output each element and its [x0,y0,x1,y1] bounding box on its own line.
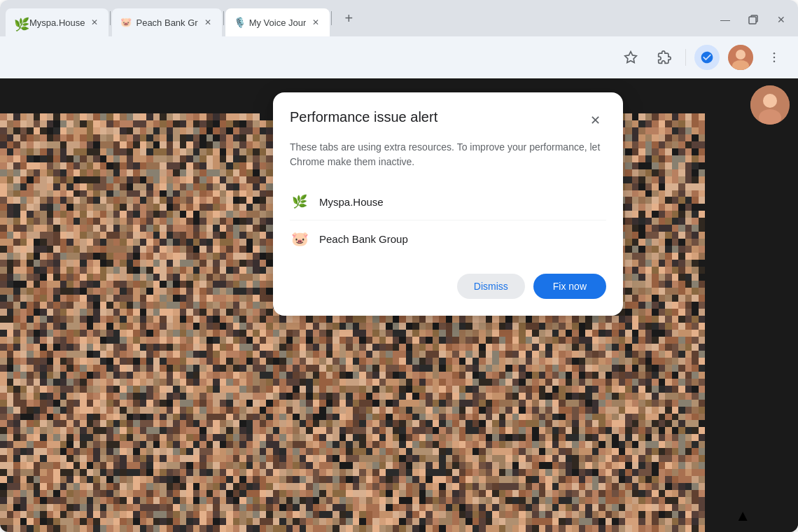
close-button[interactable]: ✕ [770,8,792,31]
tab-divider-2 [223,11,224,25]
menu-icon[interactable] [762,45,787,70]
maximize-button[interactable] [742,8,764,31]
window-controls: — ✕ [714,8,792,36]
alert-description: These tabs are using extra resources. To… [290,140,606,169]
tab-peach-favicon: 🐷 [120,17,132,28]
affected-tabs-list: 🌿 Myspa.House 🐷 Peach Bank Group [290,183,606,257]
tab-peach-title: Peach Bank Gr [136,18,197,28]
alert-close-button[interactable]: ✕ [584,109,606,132]
tab-myspa-favicon: 🌿 [14,17,25,28]
tab-divider-1 [110,11,111,25]
tab-divider-3 [331,11,332,25]
minimize-button[interactable]: — [714,8,736,31]
myspa-favicon-icon: 🌿 [290,192,309,211]
performance-alert-dialog: Performance issue alert ✕ These tabs are… [273,92,623,316]
svg-rect-0 [749,17,756,24]
svg-point-3 [736,50,746,59]
tab-voice-close[interactable]: ✕ [310,17,321,28]
right-panel-avatar [750,85,790,125]
bookmark-icon[interactable] [618,45,643,70]
svg-point-6 [774,57,776,59]
svg-point-9 [763,94,777,108]
svg-marker-1 [625,52,637,63]
tab-bar: 🌿 Myspa.House ✕ 🐷 Peach Bank Gr ✕ 🎙️ My … [0,0,798,36]
toolbar [0,36,798,78]
tab-myspa[interactable]: 🌿 Myspa.House ✕ [6,8,108,36]
profile-sync-icon[interactable] [694,45,720,70]
alert-actions: Dismiss Fix now [290,274,606,299]
tab-myspa-title: Myspa.House [29,18,85,28]
toolbar-divider [685,49,686,66]
list-item: 🌿 Myspa.House [290,183,606,220]
dismiss-button[interactable]: Dismiss [457,274,525,299]
tab-voice[interactable]: 🎙️ My Voice Jour ✕ [225,8,330,36]
new-tab-button[interactable]: + [336,6,361,31]
tab-peach-close[interactable]: ✕ [202,17,214,28]
browser-window: 🌿 Myspa.House ✕ 🐷 Peach Bank Gr ✕ 🎙️ My … [0,0,798,532]
alert-title: Performance issue alert [290,109,438,125]
alert-header: Performance issue alert ✕ [290,109,606,132]
avatar-image [728,45,753,70]
myspa-tab-name: Myspa.House [319,196,384,208]
peach-tab-name: Peach Bank Group [319,233,408,245]
tab-myspa-close[interactable]: ✕ [89,17,100,28]
tab-voice-favicon: 🎙️ [234,17,245,28]
tab-voice-title: My Voice Jour [249,18,307,28]
peach-favicon-icon: 🐷 [290,229,309,248]
user-avatar[interactable] [728,45,753,70]
fix-now-button[interactable]: Fix now [533,274,606,299]
content-area: Performance issue alert ✕ These tabs are… [0,78,798,532]
svg-point-5 [774,52,776,55]
svg-point-7 [774,61,776,63]
list-item: 🐷 Peach Bank Group [290,220,606,257]
extension-icon[interactable] [652,45,677,70]
right-panel [742,78,798,532]
tab-peach[interactable]: 🐷 Peach Bank Gr ✕ [112,8,221,36]
